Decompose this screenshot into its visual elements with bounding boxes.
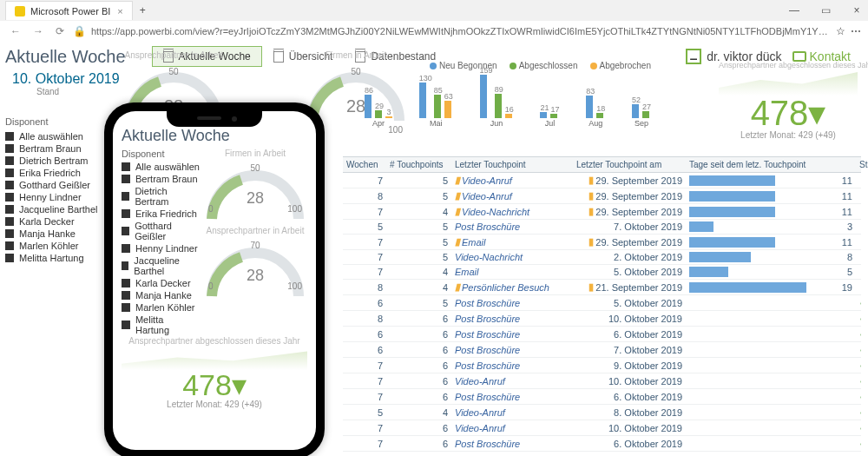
url-field[interactable]: https://app.powerbi.com/view?r=eyJrIjoiO… <box>91 26 831 36</box>
status-badge: ✓Abgeschlossen <box>856 405 861 420</box>
maximize-icon[interactable]: ▭ <box>814 4 837 17</box>
status-icon: → <box>859 191 861 202</box>
col-header[interactable]: Tage seit dem letz. Touchpoint <box>686 157 816 172</box>
table-row[interactable]: 85▮Video-Anruf▮29. September 201911→In A… <box>343 188 861 204</box>
phone-title: Aktuelle Woche <box>122 127 307 145</box>
disponent-item[interactable]: Gotthard Geißler <box>122 220 200 242</box>
status-badge: ✓Abgeschlossen <box>856 342 861 357</box>
new-tab-button[interactable]: + <box>135 4 151 17</box>
table-row[interactable]: 54Video-Anruf8. Oktober 2019✓Abgeschloss… <box>343 405 861 420</box>
checkbox-icon <box>5 144 14 153</box>
disponent-item[interactable]: Karla Decker <box>122 277 200 289</box>
disponent-item[interactable]: Marlen Köhler <box>122 301 200 314</box>
checkbox-icon <box>5 229 14 238</box>
close-icon[interactable]: × <box>117 6 122 17</box>
close-window-icon[interactable]: × <box>845 4 868 17</box>
table-row[interactable]: 76Post Broschüre9. Oktober 2019✓Abgeschl… <box>343 358 861 373</box>
col-header[interactable]: # Touchpoints <box>386 157 451 172</box>
disponent-item[interactable]: Manja Hanke <box>5 228 109 240</box>
legend-item[interactable]: Abgebrochen <box>590 61 652 70</box>
chart-column-mai[interactable]: 1308563Mai <box>419 74 453 128</box>
menu-icon[interactable]: ⋯ <box>851 25 861 37</box>
disponent-item[interactable]: Jacqueline Barthel <box>5 203 109 215</box>
touchpoint-type: ▮Video-Anruf <box>451 173 573 188</box>
status-icon: → <box>859 282 861 293</box>
disponent-item[interactable]: Karla Decker <box>5 215 109 228</box>
disponent-item[interactable]: Melitta Hartung <box>5 252 109 264</box>
table-row[interactable]: 76Post Broschüre6. Oktober 2019✓Abgeschl… <box>343 436 861 452</box>
touchpoint-type: Video-Nachricht <box>451 452 573 456</box>
refresh-icon[interactable]: ⟳ <box>52 25 68 37</box>
checkbox-icon <box>5 241 14 250</box>
browser-tab[interactable]: Microsoft Power BI × <box>5 1 133 20</box>
table-row[interactable]: 75Video-Nachricht2. Oktober 20198→In Arb… <box>343 250 861 265</box>
forward-icon[interactable]: → <box>30 25 47 37</box>
table-row[interactable]: 65Post Broschüre5. Oktober 2019✓Abgeschl… <box>343 295 861 311</box>
disponent-item[interactable]: Gotthard Geißler <box>5 179 109 191</box>
col-header[interactable]: Letzter Touchpoint <box>451 157 573 172</box>
disponent-item[interactable]: Alle auswählen <box>5 130 109 142</box>
chart-column-sep[interactable]: 5227Sep <box>632 96 651 128</box>
table-row[interactable]: 74▮Video-Nachricht▮29. September 201911→… <box>343 204 861 220</box>
table-row[interactable]: 75▮Email▮29. September 201911→In Arbeit <box>343 235 861 250</box>
disponent-item[interactable]: Henny Lindner <box>122 242 200 254</box>
status-badge: ✓Abgeschlossen <box>856 327 861 341</box>
phone-disponent-title: Disponent <box>122 149 200 159</box>
table-row[interactable]: 66Post Broschüre6. Oktober 2019✓Abgeschl… <box>343 327 861 342</box>
touchpoint-type: Post Broschüre <box>451 311 573 326</box>
disponent-item[interactable]: Melitta Hartung <box>122 314 200 336</box>
gauge-title: Ansprechpartner in Arbeit <box>122 50 226 60</box>
disponent-item[interactable]: Manja Hanke <box>122 289 200 301</box>
back-icon[interactable]: ← <box>7 25 24 37</box>
favorite-icon[interactable]: ☆ <box>836 25 845 37</box>
disponent-item[interactable]: Dietrich Bertram <box>5 155 109 167</box>
table-row[interactable]: 65Video-Nachricht5. Oktober 2019✓Abgesch… <box>343 452 861 456</box>
table-row[interactable]: 66Post Broschüre7. Oktober 2019✓Abgeschl… <box>343 342 861 358</box>
status-badge: →In Arbeit <box>856 250 861 264</box>
table-row[interactable]: 55Post Broschüre7. Oktober 20193→In Arbe… <box>343 220 861 235</box>
gauge-title: Firmen in Arbeit <box>304 50 408 60</box>
col-header[interactable] <box>816 157 856 172</box>
minimize-icon[interactable]: — <box>783 4 806 17</box>
col-header[interactable]: Status <box>856 157 868 172</box>
table-row[interactable]: 76Video-Anruf10. Oktober 2019✓Abgeschlos… <box>343 373 861 389</box>
disponent-title: Disponent <box>5 116 109 127</box>
phone-gauge-top: 50 28 0 100 <box>203 158 307 226</box>
table-row[interactable]: 76Video-Anruf10. Oktober 2019✓Abgeschlos… <box>343 420 861 436</box>
col-header[interactable]: Wochen <box>343 157 386 172</box>
table-row[interactable]: 74Email5. Oktober 20195→In Arbeit <box>343 265 861 280</box>
disponent-item[interactable]: Alle auswählen <box>122 161 200 173</box>
legend-item[interactable]: Abgeschlossen <box>510 61 578 70</box>
kpi-value: 478▾ <box>719 96 858 130</box>
disponent-item[interactable]: Marlen Köhler <box>5 240 109 252</box>
table-row[interactable]: 75▮Video-Anruf▮29. September 201911→In A… <box>343 173 861 188</box>
table-row[interactable]: 86Post Broschüre10. Oktober 2019✓Abgesch… <box>343 311 861 327</box>
chart-column-aug[interactable]: 8318Aug <box>586 87 605 128</box>
checkbox-icon <box>5 169 14 177</box>
checkbox-icon <box>122 227 129 235</box>
disponent-item[interactable]: Dietrich Bertram <box>122 185 200 208</box>
monthly-bar-chart[interactable]: Neu BegonnenAbgeschlossenAbgebrochen 862… <box>365 61 651 128</box>
status-icon: ✓ <box>859 391 861 402</box>
chart-column-jul[interactable]: 2117Jul <box>540 103 559 128</box>
table-row[interactable]: 76Post Broschüre6. Oktober 2019✓Abgeschl… <box>343 389 861 405</box>
status-badge: →In Arbeit <box>856 235 861 249</box>
phone-kpi-sub: Letzter Monat: 429 (+49) <box>122 400 307 409</box>
phone-screen: Aktuelle Woche Disponent Alle auswählenB… <box>113 111 316 450</box>
disponent-item[interactable]: Bertram Braun <box>5 142 109 155</box>
checkbox-icon <box>122 162 130 171</box>
flag-icon: ▮ <box>455 281 460 293</box>
disponent-item[interactable]: Henny Lindner <box>5 191 109 203</box>
disponent-item[interactable]: Erika Friedrich <box>122 208 200 220</box>
phone-gauge-bottom: 70 28 0 100 <box>203 235 307 303</box>
chart-column-apr[interactable]: 86293Apr <box>365 86 392 128</box>
checkbox-icon <box>122 192 129 201</box>
phone-kpi-value: 478▾ <box>122 370 307 400</box>
disponent-item[interactable]: Jacqueline Barthel <box>122 254 200 277</box>
disponent-item[interactable]: Erika Friedrich <box>5 167 109 179</box>
touchpoint-table[interactable]: Wochen# TouchpointsLetzter TouchpointLet… <box>343 156 861 456</box>
chart-column-jun[interactable]: 1598916Jun <box>480 66 514 128</box>
disponent-item[interactable]: Bertram Braun <box>122 173 200 185</box>
col-header[interactable]: Letzter Touchpoint am <box>573 157 686 172</box>
table-row[interactable]: 84▮Persönlicher Besuch▮21. September 201… <box>343 280 861 295</box>
